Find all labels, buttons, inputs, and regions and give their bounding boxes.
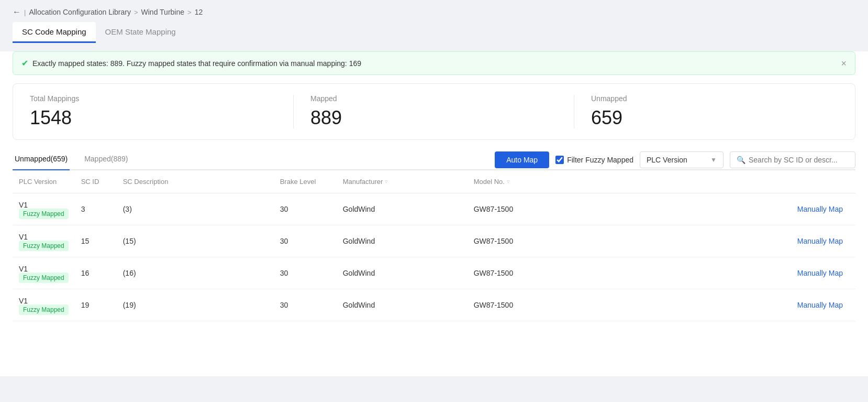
table-row: V1 Fuzzy Mapped 15 (15) 30 GoldWind GW87… [13,225,855,257]
cell-manufacturer-1: GoldWind [337,225,468,257]
cell-model-3: GW87-1500 [468,289,572,321]
table-header-row: PLC Version SC ID SC Description [13,170,855,193]
search-icon: 🔍 [737,156,745,164]
breadcrumb-link-wind-turbine[interactable]: Wind Turbine [141,8,184,16]
manually-map-button-3[interactable]: Manually Map [797,301,843,309]
tab-oem-state-mapping[interactable]: OEM State Mapping [96,22,185,43]
alert-banner: ✔ Exactly mapped states: 889. Fuzzy mapp… [13,51,855,75]
stat-unmapped-label: Unmapped [591,94,838,103]
manually-map-button-1[interactable]: Manually Map [797,237,843,245]
auto-map-button[interactable]: Auto Map [495,151,549,168]
stat-mapped-label: Mapped [310,94,558,103]
cell-brake-3: 30 [274,289,337,321]
cell-brake-0: 30 [274,193,337,225]
filter-tab-mapped[interactable]: Mapped(889) [82,150,130,170]
breadcrumb-sep-1: | [24,8,26,16]
cell-model-0: GW87-1500 [468,193,572,225]
plc-version-text: V1 [19,297,28,305]
dropdown-label: PLC Version [647,156,687,164]
cell-sc-desc-2: (16) [117,257,274,289]
filter-tab-unmapped[interactable]: Unmapped(659) [13,150,70,170]
th-sc-desc: SC Description [117,170,274,193]
cell-plc-3: V1 Fuzzy Mapped [13,289,75,321]
cell-action-2: Manually Map [572,257,855,289]
fuzzy-filter-checkbox[interactable] [555,156,564,164]
tab-sc-code-mapping[interactable]: SC Code Mapping [13,22,96,43]
th-action [572,170,855,193]
filter-tabs: Unmapped(659) Mapped(889) [13,150,130,169]
cell-sc-id-3: 19 [75,289,117,321]
breadcrumb-link-library[interactable]: Allocation Configuration Library [29,8,131,16]
stat-unmapped: Unmapped 659 [574,84,855,139]
plc-version-text: V1 [19,265,28,273]
fuzzy-filter-text: Filter Fuzzy Mapped [567,156,633,164]
fuzzy-badge-2: Fuzzy Mapped [19,273,69,283]
th-brake-level: Brake Level [274,170,337,193]
plc-version-text: V1 [19,233,28,241]
cell-sc-desc-0: (3) [117,193,274,225]
th-plc-version: PLC Version [13,170,75,193]
table-row: V1 Fuzzy Mapped 16 (16) 30 GoldWind GW87… [13,257,855,289]
manually-map-button-0[interactable]: Manually Map [797,205,843,213]
stat-mapped-value: 889 [310,107,558,129]
th-manufacturer: Manufacturer ▿ [337,170,468,193]
mappings-table: PLC Version SC ID SC Description [13,170,855,321]
stat-total: Total Mappings 1548 [13,84,294,139]
breadcrumb-arrow-2: > [187,8,192,16]
cell-sc-id-2: 16 [75,257,117,289]
stat-total-value: 1548 [30,107,277,129]
breadcrumb-current: 12 [195,8,203,16]
stat-unmapped-value: 659 [591,107,838,129]
th-model-no: Model No. ▿ [468,170,572,193]
cell-brake-2: 30 [274,257,337,289]
plc-version-text: V1 [19,201,28,209]
plc-version-dropdown[interactable]: PLC Version ▼ [640,151,724,168]
fuzzy-badge-3: Fuzzy Mapped [19,305,69,315]
cell-sc-id-0: 3 [75,193,117,225]
back-button[interactable]: ← [13,7,21,17]
cell-sc-id-1: 15 [75,225,117,257]
fuzzy-badge-0: Fuzzy Mapped [19,209,69,219]
cell-manufacturer-0: GoldWind [337,193,468,225]
main-tabs: SC Code Mapping OEM State Mapping [0,22,868,43]
cell-action-3: Manually Map [572,289,855,321]
alert-close-button[interactable]: × [841,59,847,68]
cell-plc-0: V1 Fuzzy Mapped [13,193,75,225]
manually-map-button-2[interactable]: Manually Map [797,269,843,277]
breadcrumb: ← | Allocation Configuration Library > W… [0,0,868,22]
table-container: PLC Version SC ID SC Description [13,170,855,321]
cell-action-1: Manually Map [572,225,855,257]
cell-manufacturer-3: GoldWind [337,289,468,321]
cell-plc-2: V1 Fuzzy Mapped [13,257,75,289]
page: ← | Allocation Configuration Library > W… [0,0,868,402]
main-content: ✔ Exactly mapped states: 889. Fuzzy mapp… [0,51,868,376]
search-box: 🔍 [730,151,855,168]
fuzzy-filter-label[interactable]: Filter Fuzzy Mapped [555,156,633,164]
filters-row: Unmapped(659) Mapped(889) Auto Map Filte… [13,150,855,170]
stat-total-label: Total Mappings [30,94,277,103]
search-input[interactable] [749,156,843,164]
cell-model-1: GW87-1500 [468,225,572,257]
table-row: V1 Fuzzy Mapped 19 (19) 30 GoldWind GW87… [13,289,855,321]
cell-sc-desc-1: (15) [117,225,274,257]
cell-sc-desc-3: (19) [117,289,274,321]
stats-row: Total Mappings 1548 Mapped 889 Unmapped … [13,83,855,140]
cell-plc-1: V1 Fuzzy Mapped [13,225,75,257]
alert-message: Exactly mapped states: 889. Fuzzy mapped… [32,59,361,68]
alert-check-icon: ✔ [21,58,28,68]
manufacturer-filter-icon[interactable]: ▿ [385,178,388,185]
cell-action-0: Manually Map [572,193,855,225]
stat-mapped: Mapped 889 [294,84,574,139]
model-filter-icon[interactable]: ▿ [507,178,510,185]
cell-brake-1: 30 [274,225,337,257]
filter-controls: Auto Map Filter Fuzzy Mapped PLC Version… [495,151,855,168]
cell-model-2: GW87-1500 [468,257,572,289]
th-sc-id: SC ID [75,170,117,193]
fuzzy-badge-1: Fuzzy Mapped [19,241,69,251]
chevron-down-icon: ▼ [710,156,717,164]
breadcrumb-arrow-1: > [134,8,138,16]
alert-left: ✔ Exactly mapped states: 889. Fuzzy mapp… [21,58,361,68]
table-row: V1 Fuzzy Mapped 3 (3) 30 GoldWind GW87-1… [13,193,855,225]
cell-manufacturer-2: GoldWind [337,257,468,289]
